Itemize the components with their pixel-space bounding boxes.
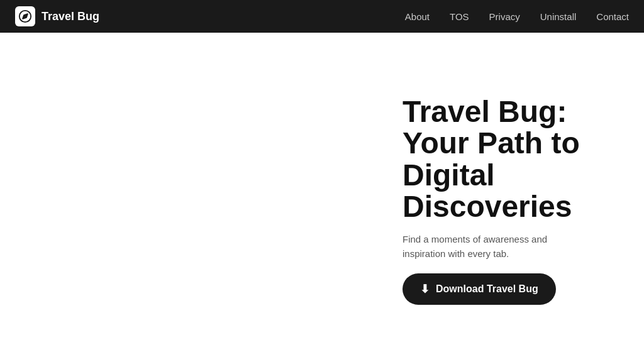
logo-text: Travel Bug [42,10,99,23]
download-button[interactable]: ⬇ Download Travel Bug [402,273,556,305]
nav-uninstall[interactable]: Uninstall [540,11,577,22]
hero-subtitle: Find a moments of awareness and inspirat… [402,233,591,261]
logo-icon [15,6,35,26]
nav-privacy[interactable]: Privacy [489,11,520,22]
logo-area: Travel Bug [15,6,99,26]
nav-tos[interactable]: TOS [450,11,469,22]
image-grid: Travel Bug Travel Bug [25,78,377,317]
nav-about[interactable]: About [405,11,430,22]
main-content: Travel Bug Travel Bug [0,33,644,362]
main-nav: About TOS Privacy Uninstall Contact [405,11,629,22]
download-button-label: Download Travel Bug [436,283,538,295]
site-header: Travel Bug About TOS Privacy Uninstall C… [0,0,644,33]
nav-contact[interactable]: Contact [596,11,629,22]
hero-text-content: Travel Bug: Your Path to Digital Discove… [402,90,613,305]
svg-marker-1 [23,14,28,19]
download-icon: ⬇ [420,282,430,296]
hero-title: Travel Bug: Your Path to Digital Discove… [402,96,613,223]
